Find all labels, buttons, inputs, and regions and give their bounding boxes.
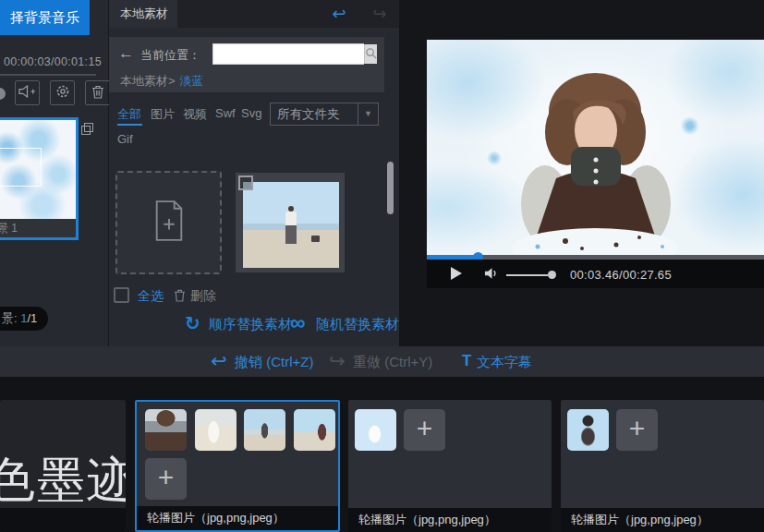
- carousel-card[interactable]: + 轮播图片（jpg,png,jpeg）: [561, 400, 764, 532]
- volume-knob[interactable]: [0, 88, 6, 100]
- select-background-music-button[interactable]: 择背景音乐: [0, 0, 90, 35]
- filter-tab-images[interactable]: 图片: [151, 106, 175, 123]
- delete-button[interactable]: 删除: [190, 288, 216, 305]
- text-subtitle-button[interactable]: 文本字幕: [477, 354, 532, 371]
- volume-slider[interactable]: [506, 274, 548, 276]
- redo-icon[interactable]: ↪: [329, 350, 346, 372]
- card-label: 轮播图片（jpg,png,jpeg）: [561, 508, 764, 532]
- gear-icon: [55, 84, 70, 103]
- add-file-icon: [152, 200, 187, 246]
- carousel-image-thumb[interactable]: [244, 409, 285, 451]
- template-title: 色墨迹: [0, 448, 126, 513]
- player-controls: 00:03.46/00:27.65: [427, 260, 764, 288]
- delete-audio-button[interactable]: [85, 80, 110, 105]
- magnifier-icon: [365, 46, 377, 63]
- carousel-card[interactable]: + 轮播图片（jpg,png,jpeg）: [348, 400, 552, 532]
- replace-sequential-button[interactable]: 顺序替换素材: [209, 316, 292, 333]
- folder-filter-value: 所有文件夹: [271, 103, 358, 125]
- slideshow-card-strip: 色墨迹 + 轮播图片（jpg,png,jpeg） + 轮播图片（jpg,png,…: [0, 377, 764, 532]
- carousel-card-selected[interactable]: + 轮播图片（jpg,png,jpeg）: [135, 400, 340, 532]
- search-button[interactable]: [364, 44, 377, 64]
- redo-button[interactable]: 重做 (Ctrl+Y): [353, 354, 432, 371]
- current-location-label: 当前位置：: [140, 47, 200, 64]
- template-card[interactable]: 色墨迹: [0, 400, 126, 532]
- rotate-replace-icon[interactable]: ↻: [185, 312, 200, 334]
- carousel-image-thumb[interactable]: [145, 409, 187, 451]
- music-scene-panel: 择背景音乐 00:00:03/00:01:15 景 1 景: 1/1: [0, 0, 109, 346]
- folder-filter-dropdown[interactable]: 所有文件夹 ▼: [270, 103, 379, 126]
- filter-tab-video[interactable]: 视频: [183, 106, 207, 123]
- scene-counter-total: /1: [27, 311, 37, 325]
- playback-time: 00:03.46/00:27.65: [570, 268, 672, 282]
- filter-tab-swf[interactable]: Swf: [215, 106, 236, 120]
- breadcrumb-root[interactable]: 本地素材>: [120, 74, 176, 88]
- scene-thumbnail[interactable]: 景 1: [0, 117, 79, 240]
- redo-icon[interactable]: ↪: [370, 4, 390, 24]
- speaker-plus-icon: [18, 85, 36, 102]
- replace-random-button[interactable]: 随机替换素材: [316, 316, 399, 333]
- carousel-image-thumb[interactable]: [294, 409, 335, 451]
- material-item-checkbox[interactable]: [238, 175, 253, 190]
- select-all-label[interactable]: 全选: [138, 288, 164, 305]
- trash-icon: [91, 84, 104, 103]
- search-input[interactable]: [213, 44, 364, 64]
- undo-icon[interactable]: ↩: [329, 4, 349, 24]
- scene-selection-rect: [0, 148, 42, 187]
- volume-handle[interactable]: [548, 271, 556, 279]
- video-preview: 00:03.46/00:27.65: [427, 40, 764, 288]
- card-label: 轮播图片（jpg,png,jpeg）: [137, 506, 338, 530]
- material-item[interactable]: [236, 173, 345, 272]
- infinity-icon[interactable]: ∞: [290, 310, 305, 335]
- card-label: 轮播图片（jpg,png,jpeg）: [348, 508, 552, 532]
- edit-action-bar: ↩ 撤销 (Ctrl+Z) ↪ 重做 (Ctrl+Y) T 文本字幕: [0, 346, 764, 377]
- panel-toolbar-strip: [177, 0, 399, 28]
- back-arrow-icon[interactable]: ←: [118, 44, 134, 63]
- card-label: [0, 508, 126, 532]
- search-box: [212, 43, 364, 65]
- add-image-button[interactable]: +: [145, 458, 187, 500]
- carousel-image-thumb[interactable]: [355, 409, 396, 451]
- carousel-image-thumb[interactable]: [567, 409, 609, 451]
- add-audio-button[interactable]: [15, 80, 40, 105]
- select-all-checkbox[interactable]: [114, 287, 129, 303]
- active-tab-underline: [117, 124, 142, 126]
- breadcrumb-current[interactable]: 淡蓝: [180, 74, 204, 88]
- scene-thumbnail-image: [0, 120, 76, 219]
- scene-counter-prefix: 景:: [2, 311, 18, 325]
- speaker-icon[interactable]: [484, 267, 500, 284]
- divider: [0, 74, 96, 76]
- scene-counter-badge: 景: 1/1: [0, 307, 48, 331]
- scrollbar[interactable]: [387, 162, 394, 214]
- preview-canvas[interactable]: [427, 40, 764, 255]
- material-browser-panel: 本地素材 ↩ ↪ ← 当前位置： 本地素材>淡蓝 全部 图片 视频 Swf Sv…: [109, 0, 399, 346]
- add-image-button[interactable]: +: [616, 409, 658, 451]
- undo-icon[interactable]: ↩: [211, 350, 227, 372]
- chevron-down-icon: ▼: [358, 103, 378, 125]
- app-window: 择背景音乐 00:00:03/00:01:15 景 1 景: 1/1: [0, 0, 764, 532]
- carousel-image-thumb[interactable]: [195, 409, 236, 451]
- portrait-figure: [427, 40, 764, 255]
- location-search-section: ← 当前位置： 本地素材>淡蓝: [109, 37, 384, 92]
- beach-photo-thumbnail: [243, 182, 339, 268]
- filter-tab-svg[interactable]: Svg: [241, 106, 261, 120]
- music-time-indicator: 00:00:03/00:01:15: [4, 55, 107, 68]
- duplicate-scene-icon[interactable]: [81, 123, 94, 136]
- tab-local-material[interactable]: 本地素材: [120, 0, 168, 28]
- breadcrumb: 本地素材>淡蓝: [120, 73, 204, 90]
- audio-settings-button[interactable]: [50, 80, 75, 105]
- text-tool-icon[interactable]: T: [462, 352, 471, 370]
- filter-tab-gif[interactable]: Gif: [117, 132, 133, 146]
- filter-tab-all[interactable]: 全部: [117, 106, 141, 123]
- scene-name-label: 景 1: [0, 219, 76, 237]
- trash-icon[interactable]: [174, 288, 186, 306]
- undo-button[interactable]: 撤销 (Ctrl+Z): [235, 354, 313, 371]
- add-material-tile[interactable]: [115, 171, 222, 274]
- add-image-button[interactable]: +: [404, 409, 445, 451]
- play-button[interactable]: [451, 267, 462, 284]
